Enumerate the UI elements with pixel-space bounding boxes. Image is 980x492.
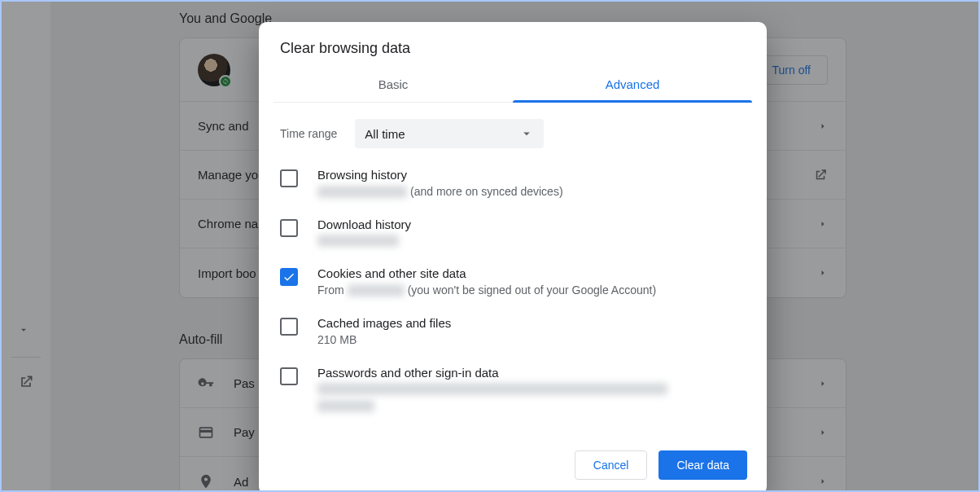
redacted-text <box>317 400 374 412</box>
tab-advanced[interactable]: Advanced <box>513 67 752 102</box>
redacted-text <box>317 235 399 247</box>
chevron-down-icon <box>519 126 534 141</box>
redacted-text <box>317 186 407 198</box>
checkbox-cache[interactable] <box>280 318 298 336</box>
dialog-actions: Cancel Clear data <box>259 437 767 492</box>
checkbox-passwords[interactable] <box>280 367 298 385</box>
options-list: Browsing history (and more on synced dev… <box>259 155 767 437</box>
tab-basic[interactable]: Basic <box>273 67 513 102</box>
redacted-text <box>317 383 667 395</box>
option-browsing-history: Browsing history (and more on synced dev… <box>280 158 746 208</box>
option-passwords: Passwords and other sign-in data <box>280 356 746 422</box>
checkbox-browsing-history[interactable] <box>280 169 298 187</box>
cancel-button[interactable]: Cancel <box>575 450 648 480</box>
option-download-history: Download history <box>280 208 746 257</box>
tabs: Basic Advanced <box>273 67 752 103</box>
clear-data-button[interactable]: Clear data <box>658 450 747 480</box>
check-icon <box>282 270 295 283</box>
checkbox-cookies[interactable] <box>280 268 298 286</box>
time-range-row: Time range All time <box>259 103 767 155</box>
time-range-value: All time <box>365 127 405 141</box>
time-range-label: Time range <box>280 127 337 140</box>
dialog-title: Clear browsing data <box>259 22 767 67</box>
option-cache: Cached images and files 210 MB <box>280 306 746 356</box>
clear-browsing-data-dialog: Clear browsing data Basic Advanced Time … <box>259 22 767 492</box>
option-cookies: Cookies and other site data From (you wo… <box>280 257 746 306</box>
checkbox-download-history[interactable] <box>280 219 298 237</box>
time-range-select[interactable]: All time <box>355 119 544 148</box>
redacted-text <box>348 284 405 297</box>
